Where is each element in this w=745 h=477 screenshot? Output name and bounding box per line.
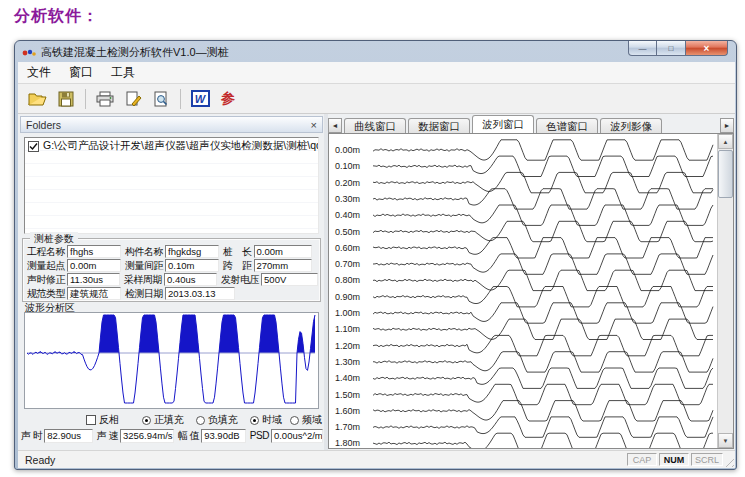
close-button[interactable]: × xyxy=(685,41,728,56)
wave-traces-area[interactable]: 0.00m0.10m0.20m0.30m0.40m0.50m0.60m0.70m… xyxy=(328,133,734,449)
svg-text:1.10m: 1.10m xyxy=(335,324,360,334)
tab-data-window[interactable]: 数据窗口 xyxy=(408,118,470,133)
invert-label: 反相 xyxy=(99,413,119,427)
svg-text:0.70m: 0.70m xyxy=(335,259,360,269)
toolbar-separator xyxy=(85,89,86,109)
time-domain-radio[interactable]: 时域 xyxy=(250,413,282,427)
svg-text:0.50m: 0.50m xyxy=(335,227,360,237)
svg-text:1.00m: 1.00m xyxy=(335,308,360,318)
scrollbar-thumb[interactable] xyxy=(718,150,733,198)
print-setup-button[interactable] xyxy=(119,86,147,111)
time-domain-label: 时域 xyxy=(262,413,282,427)
tab-curve-window[interactable]: 曲线窗口 xyxy=(344,118,406,133)
field-label: 采样周期 xyxy=(124,273,162,287)
field-label: 规范类型 xyxy=(27,287,65,301)
up-arrow-icon: ▲ xyxy=(723,139,729,145)
folders-title: Folders xyxy=(26,119,61,131)
field-label: 测量间距 xyxy=(125,259,163,273)
print-preview-button[interactable] xyxy=(147,86,175,111)
tab-scroll-left-button[interactable]: ◄ xyxy=(328,118,342,133)
svg-text:1.30m: 1.30m xyxy=(335,357,360,367)
sample-period-field[interactable]: 0.40us xyxy=(164,273,217,286)
app-window: 高铁建混凝土检测分析软件V1.0—测桩 — □ × 文件 窗口 工具 xyxy=(14,40,737,470)
vertical-scrollbar[interactable]: ▲ ▼ xyxy=(717,134,733,448)
minimize-button[interactable]: — xyxy=(628,41,657,56)
minimize-icon: — xyxy=(639,44,647,53)
test-date-field[interactable]: 2013.03.13 xyxy=(165,287,235,300)
measurements-row: 声 时 82.90us 声 速 3256.94m/s 幅 值 93.90dB P… xyxy=(21,428,323,443)
preview-magnifier-icon xyxy=(152,91,170,107)
parameters-button[interactable]: 参 xyxy=(214,86,242,111)
sound-speed-field[interactable]: 3256.94m/s xyxy=(120,429,174,443)
invert-checkbox[interactable]: 反相 xyxy=(86,413,119,427)
folder-checkbox-checked-icon[interactable] xyxy=(28,141,39,152)
sound-speed-label: 声 速 xyxy=(97,429,118,443)
tab-wave-train-window[interactable]: 波列窗口 xyxy=(472,115,534,133)
export-word-button[interactable]: W xyxy=(186,86,214,111)
wave-options-row: 反相 正填充 负填充 时域 频域 xyxy=(24,413,320,427)
measure-interval-field[interactable]: 0.10m xyxy=(165,259,219,272)
tab-scroll-right-button[interactable]: ► xyxy=(720,118,734,133)
folders-close-button[interactable]: × xyxy=(311,120,317,130)
fill-positive-radio[interactable]: 正填充 xyxy=(142,413,184,427)
voltage-field[interactable]: 500V xyxy=(261,273,318,286)
svg-text:1.20m: 1.20m xyxy=(335,341,360,351)
save-floppy-icon xyxy=(58,91,74,107)
wave-train-panel: ◄ 曲线窗口 数据窗口 波列窗口 色谱窗口 波列影像 ► 0.00m0.10m0… xyxy=(328,115,734,449)
psd-field[interactable]: 0.00us^2/m xyxy=(271,429,323,443)
fill-negative-radio[interactable]: 负填充 xyxy=(196,413,238,427)
open-file-button[interactable] xyxy=(24,86,52,111)
radio-icon xyxy=(290,416,299,425)
close-icon: × xyxy=(704,43,710,54)
menu-file[interactable]: 文件 xyxy=(18,62,60,83)
client-area: Folders × G:\公司产品设计开发\超声仪器\超声仪实地检测数据\测桩\… xyxy=(18,114,735,450)
field-label: 桩 长 xyxy=(223,245,252,259)
component-name-field[interactable]: fhgkdsg xyxy=(165,245,219,258)
folders-panel-header[interactable]: Folders × xyxy=(20,116,323,133)
psd-label: PSD xyxy=(250,430,269,441)
scroll-down-button[interactable]: ▼ xyxy=(718,433,733,448)
menu-window[interactable]: 窗口 xyxy=(60,62,102,83)
maximize-button[interactable]: □ xyxy=(657,41,685,56)
svg-text:1.40m: 1.40m xyxy=(335,373,360,383)
svg-text:0.20m: 0.20m xyxy=(335,178,360,188)
amplitude-field[interactable]: 93.90dB xyxy=(201,429,246,443)
fill-negative-label: 负填充 xyxy=(208,413,238,427)
page-tool-icon xyxy=(124,91,142,107)
freq-domain-radio[interactable]: 频域 xyxy=(290,413,322,427)
window-title: 高铁建混凝土检测分析软件V1.0—测桩 xyxy=(41,45,229,60)
span-field[interactable]: 270mm xyxy=(254,259,312,272)
svg-text:1.80m: 1.80m xyxy=(335,438,360,448)
print-button[interactable] xyxy=(91,86,119,111)
standard-type-field[interactable]: 建筑规范 xyxy=(67,287,121,300)
svg-text:0.10m: 0.10m xyxy=(335,161,360,171)
window-titlebar[interactable]: 高铁建混凝土检测分析软件V1.0—测桩 — □ × xyxy=(15,41,736,62)
tab-spectrum-window[interactable]: 色谱窗口 xyxy=(536,118,598,133)
num-indicator: NUM xyxy=(659,453,689,466)
checkbox-unchecked-icon xyxy=(86,415,96,425)
save-button[interactable] xyxy=(52,86,80,111)
window-controls: — □ × xyxy=(628,41,728,56)
resize-grip[interactable] xyxy=(722,455,734,467)
folders-list[interactable]: G:\公司产品设计开发\超声仪器\超声仪实地检测数据\测桩\qd\qd03\qd… xyxy=(24,137,319,234)
project-name-field[interactable]: fhghs xyxy=(67,245,121,258)
tab-wave-image[interactable]: 波列影像 xyxy=(600,118,662,133)
amplitude-label: 幅 值 xyxy=(178,429,199,443)
word-icon: W xyxy=(191,90,210,107)
menu-tools[interactable]: 工具 xyxy=(102,62,144,83)
freq-domain-label: 频域 xyxy=(302,413,322,427)
sound-time-field[interactable]: 82.90us xyxy=(44,429,92,443)
svg-text:1.50m: 1.50m xyxy=(335,390,360,400)
sound-time-label: 声 时 xyxy=(21,429,42,443)
radio-selected-icon xyxy=(142,416,151,425)
scroll-up-button[interactable]: ▲ xyxy=(718,134,733,149)
open-folder-icon xyxy=(28,91,48,107)
measure-start-field[interactable]: 0.00m xyxy=(67,259,121,272)
analysis-wave-box[interactable] xyxy=(24,312,319,409)
folder-list-item[interactable]: G:\公司产品设计开发\超声仪器\超声仪实地检测数据\测桩\qd\qd03\qd… xyxy=(25,138,318,154)
svg-text:0.60m: 0.60m xyxy=(335,243,360,253)
status-text: Ready xyxy=(25,454,55,466)
scroll-indicator: SCRL xyxy=(691,453,723,466)
time-correction-field[interactable]: 11.30us xyxy=(67,273,120,286)
pile-length-field[interactable]: 0.00m xyxy=(254,245,312,258)
